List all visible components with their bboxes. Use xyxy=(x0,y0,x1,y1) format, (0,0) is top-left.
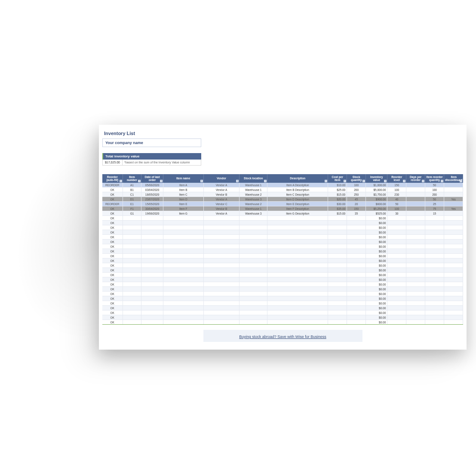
table-cell[interactable]: Vendor C xyxy=(203,202,240,206)
table-cell[interactable]: Item D Description xyxy=(267,197,328,202)
table-cell[interactable]: $25.00 xyxy=(328,188,347,192)
table-cell[interactable] xyxy=(141,254,163,258)
table-cell[interactable] xyxy=(123,244,141,249)
table-cell[interactable] xyxy=(387,235,406,240)
table-cell[interactable] xyxy=(347,244,366,249)
table-cell[interactable]: 18/05/2020 xyxy=(141,192,163,197)
table-cell[interactable] xyxy=(163,296,203,301)
table-cell[interactable] xyxy=(123,263,141,268)
table-cell[interactable]: OK xyxy=(102,306,123,310)
table-cell[interactable] xyxy=(347,263,366,268)
table-cell[interactable] xyxy=(163,249,203,254)
table-cell[interactable] xyxy=(406,320,425,325)
table-cell[interactable]: $0.00 xyxy=(366,277,387,282)
table-cell[interactable] xyxy=(328,268,347,273)
table-cell[interactable] xyxy=(141,315,163,320)
table-cell[interactable]: OK xyxy=(102,211,123,216)
table-cell[interactable] xyxy=(406,292,425,296)
table-cell[interactable] xyxy=(203,315,240,320)
table-cell[interactable] xyxy=(387,282,406,287)
table-cell[interactable] xyxy=(406,202,425,206)
table-cell[interactable] xyxy=(123,230,141,235)
table-cell[interactable] xyxy=(444,230,463,235)
table-cell[interactable] xyxy=(347,254,366,258)
table-cell[interactable] xyxy=(123,320,141,325)
table-cell[interactable] xyxy=(328,277,347,282)
table-cell[interactable] xyxy=(387,301,406,306)
table-cell[interactable] xyxy=(347,296,366,301)
table-cell[interactable]: 15/05/2020 xyxy=(141,202,163,206)
table-cell[interactable]: 45 xyxy=(347,197,366,202)
table-cell[interactable]: $30.00 xyxy=(328,202,347,206)
table-cell[interactable] xyxy=(123,240,141,244)
table-cell[interactable] xyxy=(406,263,425,268)
table-cell[interactable] xyxy=(387,287,406,292)
table-cell[interactable] xyxy=(425,216,444,221)
table-cell[interactable] xyxy=(444,306,463,310)
table-cell[interactable] xyxy=(425,249,444,254)
table-cell[interactable] xyxy=(203,277,240,282)
table-cell[interactable] xyxy=(444,301,463,306)
table-cell[interactable] xyxy=(163,240,203,244)
table-cell[interactable]: 230 xyxy=(387,192,406,197)
table-cell[interactable] xyxy=(406,254,425,258)
table-cell[interactable]: 100 xyxy=(347,183,366,188)
table-cell[interactable] xyxy=(425,235,444,240)
table-cell[interactable] xyxy=(123,249,141,254)
col-header-item-number[interactable]: Item number▾ xyxy=(123,174,141,183)
table-cell[interactable] xyxy=(328,249,347,254)
table-cell[interactable] xyxy=(406,211,425,216)
filter-icon[interactable]: ▾ xyxy=(138,180,141,182)
table-cell[interactable] xyxy=(267,258,328,263)
table-cell[interactable] xyxy=(347,310,366,315)
table-cell[interactable] xyxy=(347,268,366,273)
table-cell[interactable]: $0.00 xyxy=(366,221,387,225)
table-cell[interactable] xyxy=(141,301,163,306)
table-cell[interactable] xyxy=(203,282,240,287)
table-cell[interactable] xyxy=(240,268,267,273)
table-cell[interactable] xyxy=(425,282,444,287)
table-cell[interactable] xyxy=(387,306,406,310)
table-cell[interactable]: OK xyxy=(102,221,123,225)
table-cell[interactable]: $0.00 xyxy=(366,273,387,277)
table-cell[interactable] xyxy=(444,225,463,230)
table-cell[interactable] xyxy=(240,249,267,254)
table-cell[interactable] xyxy=(347,235,366,240)
table-cell[interactable] xyxy=(141,320,163,325)
table-cell[interactable]: $0.00 xyxy=(366,306,387,310)
table-cell[interactable]: Item C Description xyxy=(267,192,328,197)
table-cell[interactable] xyxy=(141,225,163,230)
table-cell[interactable]: OK xyxy=(102,240,123,244)
table-cell[interactable] xyxy=(425,268,444,273)
table-cell[interactable] xyxy=(123,225,141,230)
table-cell[interactable] xyxy=(267,287,328,292)
table-cell[interactable] xyxy=(141,240,163,244)
table-cell[interactable] xyxy=(387,216,406,221)
table-cell[interactable] xyxy=(163,235,203,240)
filter-icon[interactable]: ▾ xyxy=(200,180,203,182)
table-cell[interactable] xyxy=(347,320,366,325)
table-cell[interactable]: $0.00 xyxy=(366,254,387,258)
table-cell[interactable] xyxy=(163,263,203,268)
table-cell[interactable]: Item B xyxy=(163,188,203,192)
table-cell[interactable] xyxy=(163,287,203,292)
col-header-cost[interactable]: Cost per item▾ xyxy=(328,174,347,183)
table-cell[interactable] xyxy=(141,268,163,273)
table-cell[interactable] xyxy=(163,301,203,306)
table-cell[interactable] xyxy=(163,320,203,325)
table-cell[interactable] xyxy=(406,301,425,306)
table-cell[interactable] xyxy=(347,273,366,277)
table-cell[interactable] xyxy=(406,287,425,292)
table-cell[interactable] xyxy=(406,249,425,254)
table-cell[interactable] xyxy=(328,244,347,249)
table-cell[interactable] xyxy=(123,221,141,225)
table-cell[interactable] xyxy=(163,306,203,310)
table-cell[interactable] xyxy=(406,183,425,188)
table-cell[interactable] xyxy=(387,240,406,244)
table-cell[interactable] xyxy=(267,277,328,282)
table-cell[interactable] xyxy=(328,310,347,315)
table-cell[interactable]: OK xyxy=(102,197,123,202)
table-cell[interactable] xyxy=(406,197,425,202)
table-cell[interactable] xyxy=(240,282,267,287)
table-cell[interactable] xyxy=(406,244,425,249)
